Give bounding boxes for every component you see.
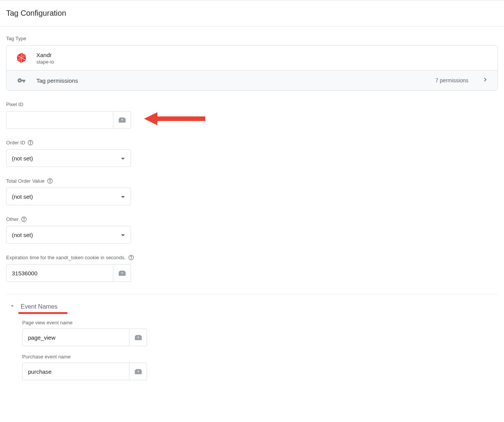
help-icon[interactable] (21, 216, 27, 222)
page-view-variable-button[interactable] (129, 329, 147, 346)
order-id-label: Order ID (6, 139, 498, 146)
pixel-id-field: Pixel ID (6, 101, 498, 129)
purchase-variable-button[interactable] (129, 363, 147, 380)
variable-icon (134, 334, 142, 341)
tag-type-text: Xandr stape-io (36, 51, 54, 65)
variable-icon (118, 270, 126, 276)
pixel-id-variable-button[interactable] (113, 111, 131, 129)
variable-icon (134, 368, 142, 375)
tag-vendor: stape-io (36, 59, 54, 65)
order-id-select[interactable]: (not set) (6, 149, 131, 167)
expiration-label: Expiration time for the xandr_token cook… (6, 254, 498, 260)
help-icon[interactable] (128, 254, 134, 260)
expiration-field: Expiration time for the xandr_token cook… (6, 254, 498, 282)
other-select[interactable]: (not set) (6, 226, 131, 244)
order-id-field: Order ID (not set) (6, 139, 498, 167)
svg-point-12 (50, 182, 50, 182)
other-label-text: Other (6, 216, 19, 222)
page-view-input[interactable] (22, 329, 129, 346)
page-title: Tag Configuration (6, 9, 498, 18)
event-names-title: Event Names (21, 303, 57, 310)
xandr-logo-icon (15, 51, 28, 64)
order-id-value: (not set) (12, 155, 33, 162)
other-value: (not set) (12, 232, 33, 238)
other-label: Other (6, 216, 498, 222)
permissions-count: 7 permissions (435, 77, 468, 83)
total-order-value-select[interactable]: (not set) (6, 188, 131, 205)
dropdown-icon (121, 193, 125, 200)
other-field: Other (not set) (6, 216, 498, 244)
page-header: Tag Configuration (0, 0, 504, 26)
help-icon[interactable] (28, 139, 34, 146)
event-names-section-header[interactable]: Event Names (6, 294, 498, 312)
svg-rect-20 (138, 337, 138, 338)
purchase-input[interactable] (22, 363, 129, 380)
chevron-down-icon (9, 303, 15, 311)
arrow-annotation (140, 109, 209, 130)
pixel-id-label: Pixel ID (6, 101, 498, 107)
red-underline-annotation (18, 312, 67, 314)
chevron-right-icon (481, 76, 489, 85)
page-view-field: Page view event name (6, 320, 498, 346)
svg-point-10 (30, 144, 31, 144)
svg-rect-22 (138, 371, 138, 372)
total-order-value-label-text: Total Order Value (6, 178, 44, 184)
dropdown-icon (121, 232, 125, 238)
dropdown-icon (121, 155, 125, 162)
content-area: Tag Type Xandr stape-io (0, 26, 504, 386)
svg-point-14 (24, 220, 24, 221)
svg-rect-7 (122, 119, 122, 121)
pixel-id-input[interactable] (6, 111, 113, 129)
total-order-value-label: Total Order Value (6, 178, 498, 184)
purchase-label: Purchase event name (22, 354, 498, 360)
expiration-variable-button[interactable] (113, 264, 131, 282)
key-icon (15, 76, 28, 85)
svg-point-16 (131, 258, 131, 259)
total-order-value-value: (not set) (12, 193, 33, 200)
total-order-value-field: Total Order Value (not set) (6, 178, 498, 205)
page-view-label: Page view event name (22, 320, 498, 325)
expiration-label-text: Expiration time for the xandr_token cook… (6, 255, 126, 260)
tag-permissions-row[interactable]: Tag permissions 7 permissions (7, 70, 497, 90)
tag-type-row[interactable]: Xandr stape-io (7, 46, 497, 70)
permissions-label: Tag permissions (36, 77, 427, 84)
order-id-label-text: Order ID (6, 140, 25, 146)
expiration-input[interactable] (6, 264, 113, 282)
purchase-field: Purchase event name (6, 354, 498, 380)
svg-rect-18 (122, 272, 122, 274)
variable-icon (118, 116, 126, 123)
help-icon[interactable] (47, 178, 53, 184)
tag-type-label: Tag Type (6, 36, 498, 41)
svg-marker-8 (144, 112, 205, 125)
tag-type-card: Xandr stape-io Tag permissions 7 permiss… (6, 45, 498, 91)
tag-name: Xandr (36, 51, 54, 59)
